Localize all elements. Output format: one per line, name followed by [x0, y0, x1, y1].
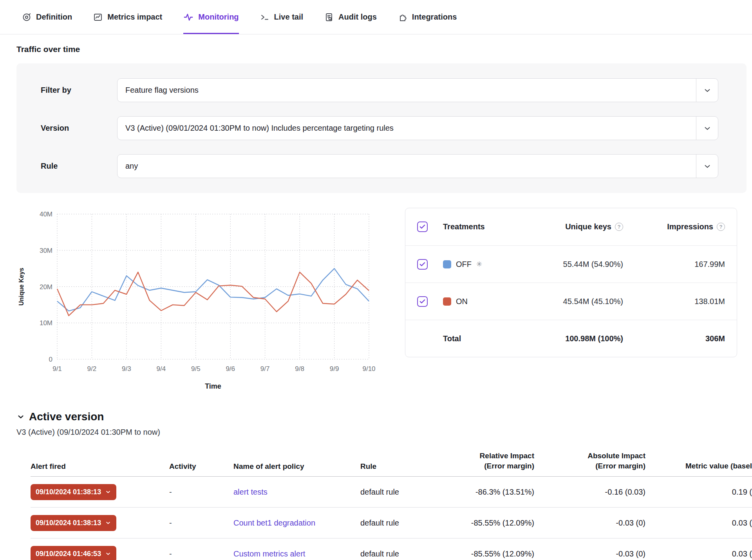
svg-text:9/8: 9/8: [295, 365, 304, 373]
tab-metrics-impact[interactable]: Metrics impact: [93, 0, 162, 34]
tab-label: Audit logs: [338, 13, 377, 22]
version-value: V3 (Active) (09/01/2024 01:30PM to now) …: [118, 117, 696, 140]
tab-audit-logs[interactable]: Audit logs: [324, 0, 377, 34]
alert-row: 09/10/2024 01:38:13 - alert tests defaul…: [31, 477, 752, 508]
tab-label: Monitoring: [198, 13, 239, 22]
collapse-chevron-icon[interactable]: [16, 412, 25, 421]
col-relative-impact: Relative Impact(Error margin): [428, 451, 534, 471]
rule-select[interactable]: any: [117, 154, 718, 178]
svg-text:9/7: 9/7: [260, 365, 270, 373]
filter-panel: Filter by Feature flag versions Version …: [16, 63, 747, 193]
col-rule: Rule: [360, 462, 427, 471]
alert-fired-badge[interactable]: 09/10/2024 01:46:53: [31, 546, 116, 560]
alert-policy-link[interactable]: Count bet1 degradation: [233, 519, 315, 527]
svg-text:9/4: 9/4: [157, 365, 166, 373]
absolute-impact-cell: -0.16 (0.03): [536, 488, 645, 497]
page-title: Traffic over time: [16, 45, 747, 54]
svg-text:Time: Time: [205, 382, 221, 390]
tab-integrations[interactable]: Integrations: [398, 0, 457, 34]
activity-cell: -: [169, 488, 232, 497]
version-select[interactable]: V3 (Active) (09/01/2024 01:30PM to now) …: [117, 116, 718, 140]
treatment-off-checkbox[interactable]: [417, 259, 428, 270]
rule-cell: default rule: [360, 549, 427, 558]
tab-label: Definition: [36, 13, 72, 22]
svg-text:9/9: 9/9: [330, 365, 339, 373]
alert-fired-badge[interactable]: 09/10/2024 01:38:13: [31, 515, 116, 531]
treatments-total-row: Total 100.98M (100%) 306M: [405, 320, 737, 357]
rule-row: Rule any: [41, 154, 718, 178]
off-series-swatch: [443, 260, 451, 268]
tab-live-tail[interactable]: Live tail: [260, 0, 303, 34]
definition-icon: [22, 13, 31, 22]
tab-definition[interactable]: Definition: [22, 0, 72, 34]
svg-text:Unique Keys: Unique Keys: [18, 268, 25, 306]
rule-label: Rule: [41, 162, 117, 171]
live-tail-icon: [260, 13, 269, 22]
treatments-header-row: Treatments Unique keys ? Impressions ?: [405, 208, 737, 245]
svg-text:9/2: 9/2: [87, 365, 97, 373]
tab-label: Integrations: [412, 13, 457, 22]
help-icon[interactable]: ?: [717, 223, 725, 231]
active-version-title: Active version: [29, 411, 104, 423]
chevron-down-icon: [105, 551, 111, 557]
activity-cell: -: [169, 519, 232, 528]
alerts-header-row: Alert fired Activity Name of alert polic…: [31, 448, 752, 477]
audit-logs-icon: [324, 13, 334, 22]
on-series-swatch: [443, 297, 451, 306]
svg-text:9/6: 9/6: [226, 365, 235, 373]
integrations-icon: [398, 13, 407, 22]
alert-policy-link[interactable]: Custom metrics alert: [233, 549, 305, 558]
treatment-impressions: 167.99M: [694, 260, 725, 269]
relative-impact-cell: -85.55% (12.09%): [428, 519, 534, 528]
chevron-down-icon: [696, 79, 718, 102]
relative-impact-cell: -86.3% (13.51%): [428, 488, 534, 497]
tab-monitoring[interactable]: Monitoring: [183, 0, 239, 34]
default-treatment-icon: ✳: [476, 260, 482, 268]
svg-text:20M: 20M: [40, 283, 52, 291]
active-version-subtitle: V3 (Active) (09/10/2024 01:30PM to now): [16, 428, 747, 437]
col-activity: Activity: [169, 462, 232, 471]
tab-label: Metrics impact: [107, 13, 162, 22]
rule-cell: default rule: [360, 488, 427, 497]
treatment-row-on: ON 45.54M (45.10%) 138.01M: [405, 283, 737, 320]
svg-text:9/3: 9/3: [122, 365, 131, 373]
col-alert-fired: Alert fired: [31, 462, 168, 471]
help-icon[interactable]: ?: [615, 223, 623, 231]
monitoring-icon: [183, 12, 193, 22]
version-row: Version V3 (Active) (09/01/2024 01:30PM …: [41, 116, 718, 140]
treatments-card: Treatments Unique keys ? Impressions ? O…: [405, 208, 737, 357]
col-policy: Name of alert policy: [233, 462, 359, 471]
svg-text:10M: 10M: [40, 319, 52, 327]
treatment-unique-keys: 55.44M (54.90%): [563, 260, 623, 269]
total-impressions: 306M: [705, 334, 725, 343]
unique-keys-column-header: Unique keys: [565, 222, 611, 231]
svg-text:9/10: 9/10: [362, 365, 375, 373]
col-absolute-impact: Absolute Impact(Error margin): [536, 451, 645, 471]
filter-by-label: Filter by: [41, 86, 117, 95]
alert-fired-badge[interactable]: 09/10/2024 01:38:13: [31, 484, 116, 500]
treatments-select-all-checkbox[interactable]: [417, 221, 428, 232]
alerts-table: Alert fired Activity Name of alert polic…: [31, 448, 752, 560]
absolute-impact-cell: -0.03 (0): [536, 519, 645, 528]
relative-impact-cell: -85.55% (12.09%): [428, 549, 534, 558]
treatment-on-checkbox[interactable]: [417, 296, 428, 307]
tab-bar: Definition Metrics impact Monitoring Liv…: [0, 0, 752, 34]
rule-value: any: [118, 155, 696, 178]
treatment-unique-keys: 45.54M (45.10%): [563, 297, 623, 306]
alert-row: 09/10/2024 01:46:53 - Custom metrics ale…: [31, 538, 752, 560]
metric-value-cell: 0.03 (: [647, 519, 752, 528]
version-label: Version: [41, 124, 117, 133]
rule-cell: default rule: [360, 519, 427, 528]
treatment-name: ON: [456, 297, 468, 306]
filter-by-value: Feature flag versions: [118, 79, 696, 102]
chevron-down-icon: [696, 117, 718, 140]
activity-cell: -: [169, 549, 232, 558]
alert-policy-link[interactable]: alert tests: [233, 488, 268, 496]
filter-by-row: Filter by Feature flag versions: [41, 78, 718, 102]
treatment-row-off: OFF ✳ 55.44M (54.90%) 167.99M: [405, 245, 737, 283]
svg-text:9/5: 9/5: [191, 365, 201, 373]
treatment-impressions: 138.01M: [694, 297, 725, 306]
filter-by-select[interactable]: Feature flag versions: [117, 78, 718, 102]
chevron-down-icon: [696, 155, 718, 178]
alert-row: 09/10/2024 01:38:13 - Count bet1 degrada…: [31, 508, 752, 538]
